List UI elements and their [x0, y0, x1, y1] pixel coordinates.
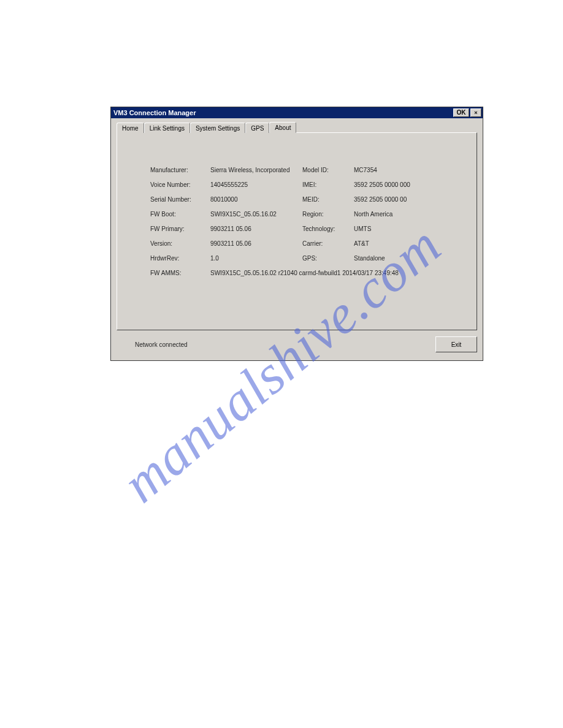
fw-primary-label: FW Primary: [150, 226, 204, 232]
fw-amms-label: FW AMMS: [150, 270, 204, 276]
imei-label: IMEI: [302, 181, 348, 188]
manufacturer-label: Manufacturer: [150, 167, 204, 173]
gps-label: GPS: [302, 255, 348, 262]
version-label: Version: [150, 240, 204, 247]
hw-rev-value: 1.0 [210, 255, 296, 262]
voice-number-label: Voice Number: [150, 181, 204, 188]
version-value: 9903211 05.06 [210, 240, 296, 247]
ok-button[interactable]: OK [453, 108, 469, 117]
fw-amms-value: SWI9X15C_05.05.16.02 r21040 carmd-fwbuil… [210, 270, 456, 276]
close-button[interactable]: × [470, 108, 481, 117]
about-fields: Manufacturer: Sierra Wireless, Incorpora… [150, 162, 470, 280]
row-manufacturer: Manufacturer: Sierra Wireless, Incorpora… [150, 162, 470, 177]
fw-primary-value: 9903211 05.06 [210, 226, 296, 232]
row-fw-amms: FW AMMS: SWI9X15C_05.05.16.02 r21040 car… [150, 265, 470, 280]
imei-value: 3592 2505 0000 000 [354, 181, 446, 188]
meid-label: MEID: [302, 196, 348, 203]
meid-value: 3592 2505 0000 00 [354, 196, 446, 203]
fw-boot-value: SWI9X15C_05.05.16.02 [210, 211, 296, 218]
window-title: VM3 Connection Manager [113, 109, 196, 116]
titlebar-buttons: OK × [453, 108, 481, 117]
hw-rev-label: HrdwrRev: [150, 255, 204, 262]
carrier-value: AT&T [354, 240, 446, 247]
serial-number-value: 80010000 [210, 196, 296, 203]
row-serial-number: Serial Number: 80010000 MEID: 3592 2505 … [150, 192, 470, 207]
status-text: Network connected [117, 341, 188, 348]
status-area: Network connected Exit [117, 334, 477, 355]
row-voice-number: Voice Number: 14045555225 IMEI: 3592 250… [150, 177, 470, 192]
exit-button[interactable]: Exit [435, 336, 477, 352]
tab-about[interactable]: About [269, 122, 296, 133]
gps-value: Standalone [354, 255, 446, 262]
serial-number-label: Serial Number: [150, 196, 204, 203]
manufacturer-value: Sierra Wireless, Incorporated [210, 167, 296, 173]
tab-panel-about: Manufacturer: Sierra Wireless, Incorpora… [117, 132, 477, 330]
tab-system-settings[interactable]: System Settings [190, 123, 245, 133]
fw-boot-label: FW Boot: [150, 211, 204, 218]
model-id-label: Model ID: [302, 167, 348, 173]
tab-home[interactable]: Home [117, 123, 144, 133]
close-icon: × [474, 110, 477, 116]
region-label: Region: [302, 211, 348, 218]
row-fw-boot: FW Boot: SWI9X15C_05.05.16.02 Region: No… [150, 207, 470, 221]
row-hw-rev: HrdwrRev: 1.0 GPS: Standalone [150, 251, 470, 265]
technology-label: Technology: [302, 226, 348, 232]
tabs-row: Home Link Settings System Settings GPS A… [113, 120, 481, 132]
row-version: Version: 9903211 05.06 Carrier: AT&T [150, 236, 470, 251]
voice-number-value: 14045555225 [210, 181, 296, 188]
tab-gps[interactable]: GPS [245, 123, 269, 133]
client-area: Home Link Settings System Settings GPS A… [113, 120, 481, 358]
model-id-value: MC7354 [354, 167, 446, 173]
app-window: VM3 Connection Manager OK × Home Link Se… [110, 107, 483, 361]
titlebar: VM3 Connection Manager OK × [111, 107, 483, 118]
technology-value: UMTS [354, 226, 446, 232]
region-value: North America [354, 211, 446, 218]
row-fw-primary: FW Primary: 9903211 05.06 Technology: UM… [150, 221, 470, 236]
carrier-label: Carrier: [302, 240, 348, 247]
tab-link-settings[interactable]: Link Settings [144, 123, 190, 133]
